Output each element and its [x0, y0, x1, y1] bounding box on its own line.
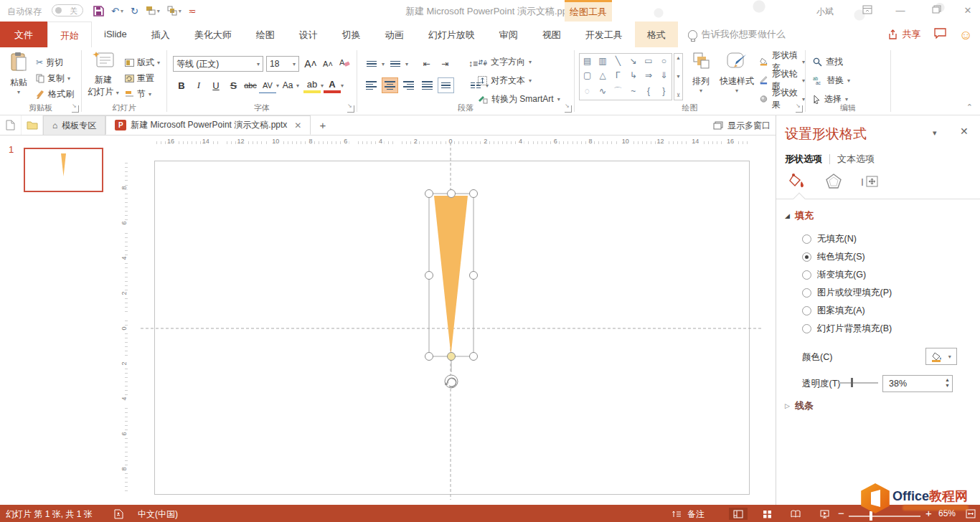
italic-button[interactable]: I — [190, 77, 207, 93]
ribbon-tab-11[interactable]: 视图 — [530, 22, 573, 47]
open-folder-icon[interactable] — [22, 115, 43, 135]
text-box-shape-icon[interactable]: ▤ — [583, 56, 591, 66]
spinner-arrows[interactable]: ▲▼ — [945, 377, 950, 389]
reset-button[interactable]: 重置 — [125, 70, 160, 86]
slide-thumbnail[interactable] — [24, 148, 103, 192]
notes-button[interactable]: 备注 — [687, 508, 705, 521]
font-size-combo[interactable]: 18▾ — [266, 56, 299, 72]
ribbon-tab-2[interactable]: iSlide — [92, 22, 139, 47]
close-icon[interactable]: ✕ — [956, 0, 980, 22]
ribbon-tab-7[interactable]: 切换 — [330, 22, 373, 47]
increase-indent-icon[interactable]: ⇥ — [437, 56, 453, 72]
align-left-button[interactable] — [363, 77, 380, 93]
arrow-shape-icon[interactable]: ↘ — [630, 56, 637, 66]
arc-shape-icon[interactable]: ⌒ — [613, 85, 622, 98]
shape-gallery[interactable]: ▤▥╲↘▭○▢△Γ↳⇒⇓◌∿⌒~{} — [579, 53, 672, 100]
align-text-button[interactable]: 对齐文本▾ — [478, 72, 532, 89]
ribbon-tab-1[interactable]: 开始 — [47, 22, 92, 47]
radio-icon[interactable] — [802, 324, 811, 333]
section-button[interactable]: 节▾ — [125, 86, 160, 102]
vertical-text-box-shape-icon[interactable]: ▥ — [598, 56, 606, 66]
fill-option-4[interactable]: 图案填充(A) — [802, 303, 865, 318]
ribbon-tab-12[interactable]: 开发工具 — [573, 22, 635, 47]
strikethrough-button[interactable]: abc — [242, 77, 259, 93]
arrange-button[interactable]: 排列▾ — [688, 52, 714, 94]
ribbon-tab-8[interactable]: 动画 — [373, 22, 416, 47]
ribbon-tab-5[interactable]: 绘图 — [244, 22, 287, 47]
decrease-font-icon[interactable]: A˄ — [319, 56, 336, 72]
curve-shape-icon[interactable]: ~ — [631, 86, 636, 96]
justify-button[interactable] — [419, 77, 435, 93]
radio-icon[interactable] — [802, 234, 811, 244]
panel-menu-icon[interactable]: ▾ — [933, 128, 937, 138]
fill-option-2[interactable]: 渐变填充(G) — [802, 267, 866, 282]
distribute-button[interactable] — [438, 77, 454, 93]
slide-counter[interactable]: 幻灯片 第 1 张, 共 1 张 — [6, 508, 93, 521]
find-button[interactable]: 查找 — [813, 53, 843, 70]
new-tab-icon[interactable]: + — [311, 115, 334, 135]
tell-me-box[interactable]: 告诉我你想要做什么 — [678, 22, 786, 47]
right-arrow-shape-icon[interactable]: ⇒ — [645, 70, 652, 80]
triangle-shape-icon[interactable]: △ — [599, 70, 606, 80]
close-tab-icon[interactable]: ✕ — [294, 120, 301, 130]
minimize-icon[interactable]: — — [888, 0, 913, 22]
highlight-color-button[interactable]: ab — [303, 77, 321, 93]
radio-icon[interactable] — [802, 288, 811, 298]
fill-option-5[interactable]: 幻灯片背景填充(B) — [802, 321, 892, 336]
panel-close-icon[interactable]: ✕ — [960, 125, 969, 137]
text-direction-button[interactable]: ⇵A 文字方向▾ — [478, 53, 532, 70]
paragraph-dialog-launcher[interactable] — [565, 105, 572, 113]
tab-shape-options[interactable]: 形状选项 — [785, 153, 822, 166]
ribbon-display-options-icon[interactable] — [855, 0, 880, 22]
font-color-button[interactable]: A — [324, 77, 341, 93]
show-multi-window-button[interactable]: 显示多窗口 — [713, 115, 771, 136]
decrease-indent-icon[interactable]: ⇤ — [418, 56, 435, 72]
radio-icon[interactable] — [802, 270, 811, 280]
tab-text-options[interactable]: 文本选项 — [837, 153, 875, 166]
collapse-ribbon-icon[interactable]: ⌃ — [966, 103, 973, 112]
freeform-shape-icon[interactable]: ◌ — [585, 86, 590, 96]
ribbon-tab-9[interactable]: 幻灯片放映 — [416, 22, 487, 47]
fill-option-0[interactable]: 无填充(N) — [802, 232, 857, 246]
shadow-button[interactable]: S — [225, 77, 242, 93]
zoom-out-icon[interactable]: − — [838, 507, 844, 519]
paste-button[interactable]: 粘贴▾ — [6, 52, 32, 95]
ribbon-tab-6[interactable]: 设计 — [287, 22, 330, 47]
fill-line-icon[interactable] — [788, 173, 806, 192]
down-arrow-shape-icon[interactable]: ⇓ — [660, 70, 667, 80]
fill-option-3[interactable]: 图片或纹理填充(P) — [802, 285, 892, 300]
clipboard-dialog-launcher[interactable] — [72, 105, 79, 113]
share-button[interactable]: 共享 — [888, 28, 921, 41]
scribble-shape-icon[interactable]: ∿ — [599, 86, 606, 96]
restore-icon[interactable] — [924, 0, 948, 22]
template-zone-tab[interactable]: ⌂ 模板专区 — [43, 115, 105, 135]
change-case-button[interactable]: Aa — [279, 77, 296, 93]
fill-color-button[interactable]: ▾ — [925, 348, 957, 365]
oval-shape-icon[interactable]: ○ — [661, 56, 666, 66]
bold-button[interactable]: B — [173, 77, 190, 93]
cut-button[interactable]: ✂剪切 — [36, 54, 74, 70]
numbering-button[interactable] — [387, 56, 403, 72]
normal-view-icon[interactable] — [729, 508, 748, 520]
copy-button[interactable]: 复制▾ — [36, 70, 74, 86]
ribbon-tab-4[interactable]: 美化大师 — [182, 22, 244, 47]
left-brace-shape-icon[interactable]: { — [647, 86, 650, 96]
shape-gallery-scrollbar[interactable]: ▲▼⊻ — [674, 53, 683, 100]
layout-button[interactable]: 版式▾ — [125, 54, 160, 70]
increase-font-icon[interactable]: A˄ — [302, 56, 319, 72]
ribbon-tab-0[interactable]: 文件 — [0, 22, 47, 47]
comment-icon[interactable] — [934, 28, 946, 41]
format-painter-button[interactable]: 格式刷 — [36, 86, 74, 102]
replace-button[interactable]: abac 替换▾ — [813, 72, 850, 89]
line-shape-icon[interactable]: ╲ — [616, 56, 621, 66]
font-name-combo[interactable]: 等线 (正文)▾ — [173, 56, 263, 72]
align-center-button[interactable] — [382, 77, 398, 93]
new-document-icon[interactable] — [0, 115, 22, 135]
line-section-header[interactable]: ▷ 线条 — [785, 399, 814, 412]
transparency-slider-handle[interactable] — [851, 378, 853, 387]
accessibility-checker-icon[interactable] — [109, 508, 128, 520]
slide-sorter-view-icon[interactable] — [758, 508, 776, 520]
smiley-feedback-icon[interactable]: ☺ — [959, 28, 973, 42]
quick-styles-button[interactable]: 快速样式▾ — [717, 52, 757, 94]
ribbon-tab-13[interactable]: 格式 — [635, 22, 678, 47]
